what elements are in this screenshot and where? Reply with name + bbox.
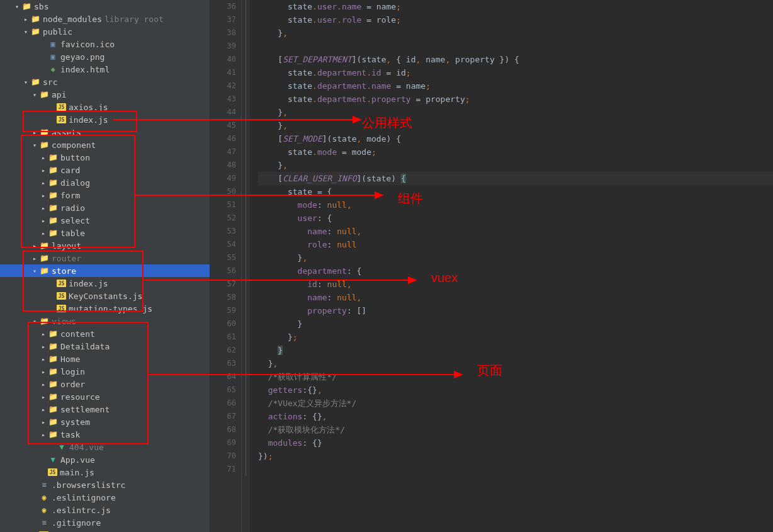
- tree-arrow-icon[interactable]: ▸: [39, 154, 48, 161]
- tree-item-404-vue[interactable]: ▸▼404.vue: [0, 441, 210, 453]
- code-line[interactable]: },: [258, 106, 773, 119]
- tree-item-babel-config-js[interactable]: ▸JSbabel.config.js: [0, 529, 210, 532]
- code-line[interactable]: [258, 463, 773, 476]
- tree-arrow-icon[interactable]: ▾: [30, 268, 39, 274]
- tree-item-button[interactable]: ▸📁button: [0, 151, 210, 164]
- tree-arrow-icon[interactable]: ▸: [39, 368, 48, 375]
- tree-arrow-icon[interactable]: ▸: [39, 230, 48, 237]
- tree-arrow-icon[interactable]: ▸: [39, 205, 48, 212]
- tree-item-settlement[interactable]: ▸📁settlement: [0, 403, 210, 416]
- tree-arrow-icon[interactable]: ▸: [21, 16, 30, 23]
- code-line[interactable]: getters:{},: [258, 383, 773, 397]
- code-line[interactable]: name: null,: [258, 291, 773, 304]
- tree-arrow-icon[interactable]: ▸: [30, 129, 39, 136]
- tree-item-radio[interactable]: ▸📁radio: [0, 201, 210, 214]
- tree-item-main-js[interactable]: ▸JSmain.js: [0, 466, 210, 478]
- code-line[interactable]: property: []: [258, 304, 773, 317]
- tree-item-index-js[interactable]: ▸JSindex.js: [0, 113, 210, 126]
- tree-item-system[interactable]: ▸📁system: [0, 416, 210, 428]
- tree-item-keyconstants-js[interactable]: ▸JSKeyConstants.js: [0, 290, 210, 302]
- tree-arrow-icon[interactable]: ▾: [21, 79, 30, 86]
- tree-arrow-icon[interactable]: ▸: [39, 343, 48, 350]
- tree-arrow-icon[interactable]: ▸: [39, 393, 48, 400]
- code-line[interactable]: [258, 40, 773, 53]
- code-line[interactable]: actions: {},: [258, 410, 773, 423]
- tree-arrow-icon[interactable]: ▸: [39, 431, 48, 438]
- tree-item-node-modules[interactable]: ▸📁node_moduleslibrary root: [0, 13, 210, 25]
- tree-item-home[interactable]: ▸📁Home: [0, 353, 210, 365]
- tree-arrow-icon[interactable]: ▸: [39, 217, 48, 224]
- code-line[interactable]: state.department.property = property;: [258, 93, 773, 106]
- tree-arrow-icon[interactable]: ▸: [39, 331, 48, 337]
- tree-item--browserslistrc[interactable]: ▸≡.browserslistrc: [0, 478, 210, 491]
- tree-item-select[interactable]: ▸📁select: [0, 214, 210, 227]
- tree-item-store[interactable]: ▾📁store: [0, 264, 210, 277]
- tree-item-card[interactable]: ▸📁card: [0, 164, 210, 176]
- tree-item-api[interactable]: ▾📁api: [0, 88, 210, 101]
- tree-arrow-icon[interactable]: ▾: [21, 28, 30, 35]
- tree-arrow-icon[interactable]: ▸: [39, 406, 48, 413]
- tree-arrow-icon[interactable]: ▸: [39, 419, 48, 426]
- tree-item-sbs[interactable]: ▾📁sbs: [0, 0, 210, 13]
- tree-item-public[interactable]: ▾📁public: [0, 25, 210, 38]
- tree-arrow-icon[interactable]: ▸: [39, 179, 48, 186]
- code-line[interactable]: },: [258, 159, 773, 172]
- tree-item-layout[interactable]: ▸📁layout: [0, 239, 210, 252]
- tree-item-component[interactable]: ▾📁component: [0, 139, 210, 151]
- tree-item-detaildata[interactable]: ▸📁Detaildata: [0, 340, 210, 353]
- code-editor[interactable]: 3637383940414243444546474849505152535455…: [210, 0, 773, 532]
- code-line[interactable]: [CLEAR_USER_INFO](state) {: [258, 172, 773, 185]
- tree-item-content[interactable]: ▸📁content: [0, 327, 210, 340]
- code-line[interactable]: }: [258, 317, 773, 331]
- tree-item-order[interactable]: ▸📁order: [0, 378, 210, 390]
- tree-arrow-icon[interactable]: ▾: [30, 91, 39, 98]
- tree-item--gitignore[interactable]: ▸≡.gitignore: [0, 516, 210, 529]
- code-line[interactable]: department: {: [258, 264, 773, 278]
- code-line[interactable]: id: null,: [258, 278, 773, 291]
- code-line[interactable]: [SET_MODE](state, mode) {: [258, 132, 773, 145]
- tree-item-router[interactable]: ▸📁router: [0, 252, 210, 264]
- tree-item--eslintrc-js[interactable]: ▸◉.eslintrc.js: [0, 504, 210, 516]
- code-line[interactable]: user: {: [258, 212, 773, 225]
- code-line[interactable]: state.department.id = id;: [258, 66, 773, 79]
- tree-item--eslintignore[interactable]: ▸◉.eslintignore: [0, 491, 210, 504]
- code-line[interactable]: }: [258, 344, 773, 357]
- tree-item-views[interactable]: ▾📁views: [0, 315, 210, 327]
- tree-arrow-icon[interactable]: ▸: [30, 255, 39, 262]
- tree-item-axios-js[interactable]: ▸JSaxios.js: [0, 101, 210, 113]
- tree-arrow-icon[interactable]: ▸: [30, 242, 39, 249]
- tree-arrow-icon[interactable]: ▾: [30, 318, 39, 325]
- tree-item-login[interactable]: ▸📁login: [0, 365, 210, 378]
- code-line[interactable]: /*获取模块化方法*/: [258, 423, 773, 436]
- tree-arrow-icon[interactable]: ▾: [30, 142, 39, 149]
- code-line[interactable]: name: null,: [258, 225, 773, 238]
- tree-arrow-icon[interactable]: ▸: [39, 381, 48, 388]
- code-line[interactable]: /*获取计算属性*/: [258, 370, 773, 383]
- code-line[interactable]: },: [258, 357, 773, 370]
- code-line[interactable]: },: [258, 26, 773, 40]
- code-content[interactable]: state.user.name = name; state.user.role …: [251, 0, 773, 532]
- tree-item-table[interactable]: ▸📁table: [0, 227, 210, 239]
- tree-arrow-icon[interactable]: ▸: [39, 192, 48, 199]
- code-line[interactable]: state.mode = mode;: [258, 145, 773, 159]
- code-line[interactable]: mode: null,: [258, 198, 773, 212]
- tree-item-dialog[interactable]: ▸📁dialog: [0, 176, 210, 189]
- code-line[interactable]: [SET_DEPARTMENT](state, { id, name, prop…: [258, 53, 773, 66]
- tree-arrow-icon[interactable]: ▸: [39, 356, 48, 363]
- code-line[interactable]: state.department.name = name;: [258, 79, 773, 93]
- tree-item-task[interactable]: ▸📁task: [0, 428, 210, 441]
- code-line[interactable]: state.user.name = name;: [258, 0, 773, 13]
- code-line[interactable]: });: [258, 450, 773, 463]
- tree-item-form[interactable]: ▸📁form: [0, 189, 210, 201]
- code-line[interactable]: /*VUex定义异步方法*/: [258, 397, 773, 410]
- tree-item-geyao-png[interactable]: ▸▣geyao.png: [0, 50, 210, 63]
- tree-item-favicon-ico[interactable]: ▸▣favicon.ico: [0, 38, 210, 50]
- code-line[interactable]: modules: {}: [258, 436, 773, 450]
- tree-item-src[interactable]: ▾📁src: [0, 76, 210, 88]
- code-line[interactable]: },: [258, 119, 773, 132]
- tree-item-resource[interactable]: ▸📁resource: [0, 390, 210, 403]
- tree-item-index-js[interactable]: ▸JSindex.js: [0, 277, 210, 290]
- code-line[interactable]: state = {: [258, 185, 773, 198]
- code-line[interactable]: },: [258, 251, 773, 264]
- code-line[interactable]: };: [258, 331, 773, 344]
